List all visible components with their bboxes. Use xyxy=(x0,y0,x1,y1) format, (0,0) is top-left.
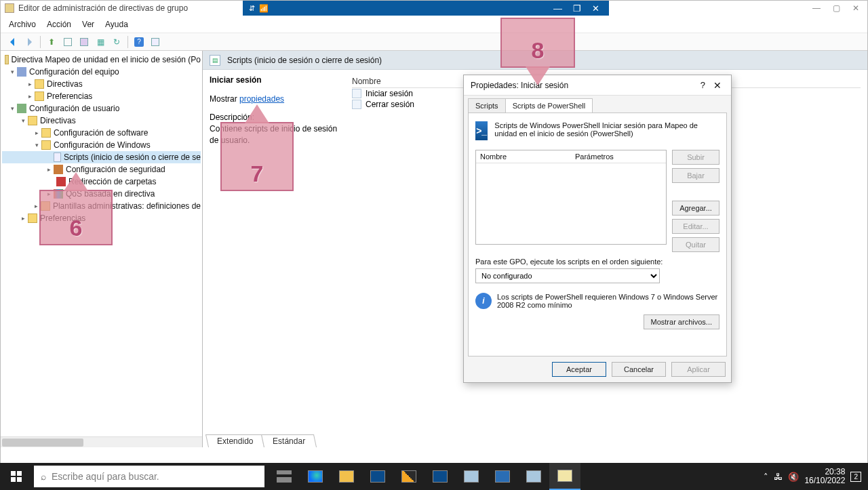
chevron-down-icon[interactable]: ▾ xyxy=(7,68,17,75)
windows-icon xyxy=(11,471,22,482)
apply-button[interactable]: Aplicar xyxy=(671,362,726,377)
pin-icon[interactable]: ⇵ xyxy=(249,4,255,13)
toolbar-separator xyxy=(40,36,41,48)
tree-user-config[interactable]: ▾ Configuración de usuario xyxy=(2,102,201,115)
dialog-titlebar: Propiedades: Iniciar sesión ? ✕ xyxy=(464,75,731,96)
horizontal-scrollbar[interactable] xyxy=(1,436,202,447)
outer-minimize-button[interactable]: — xyxy=(812,3,821,13)
tree-windows-config[interactable]: ▾ Configuración de Windows xyxy=(2,139,201,151)
vm-minimize-button[interactable]: — xyxy=(548,3,568,14)
dialog-close-button[interactable]: ✕ xyxy=(711,80,724,91)
annotation-8: 8 xyxy=(500,18,575,68)
app-title: Editor de administración de directivas d… xyxy=(18,3,188,13)
list-icon xyxy=(352,100,361,109)
taskbar-app4[interactable] xyxy=(518,463,549,490)
chevron-right-icon[interactable]: ▸ xyxy=(25,81,35,87)
taskbar-app3[interactable] xyxy=(487,463,518,490)
toolbar-icon-3[interactable]: ▦ xyxy=(94,35,107,49)
tab-scripts[interactable]: Scripts xyxy=(468,98,506,113)
policy-icon xyxy=(5,55,8,64)
tray-network-icon[interactable]: 🖧 xyxy=(774,472,783,482)
computer-icon xyxy=(17,67,26,77)
annotation-6: 6 xyxy=(39,190,113,245)
dialog-title: Propiedades: Iniciar sesión xyxy=(471,81,568,90)
tree-scripts[interactable]: Scripts (inicio de sesión o cierre de se xyxy=(2,151,201,163)
tree-security-config[interactable]: ▸ Configuración de seguridad xyxy=(2,163,201,176)
up-button[interactable]: Subir xyxy=(672,150,719,165)
chevron-right-icon[interactable]: ▸ xyxy=(32,129,41,136)
chevron-down-icon[interactable]: ▾ xyxy=(32,142,41,148)
chevron-down-icon[interactable]: ▾ xyxy=(18,117,28,124)
tray-notifications[interactable]: 2 xyxy=(850,472,861,482)
folder-icon xyxy=(41,128,51,138)
toolbar-separator xyxy=(127,36,128,48)
outer-close-button[interactable]: ✕ xyxy=(852,3,859,13)
properties-link[interactable]: propiedades xyxy=(239,94,284,104)
tray-chevron-up-icon[interactable]: ˄ xyxy=(764,472,768,482)
add-button[interactable]: Agregar... xyxy=(672,201,719,216)
up-folder-button[interactable]: ⬆ xyxy=(45,35,58,49)
menu-action[interactable]: Acción xyxy=(47,20,71,29)
tray-volume-icon[interactable]: 🔇 xyxy=(788,472,799,482)
toolbar-icon-1[interactable] xyxy=(61,35,75,49)
taskbar-edge[interactable] xyxy=(300,463,331,490)
taskbar-notepad[interactable] xyxy=(549,463,580,490)
menu-help[interactable]: Ayuda xyxy=(105,20,128,29)
toolbar-icon-2[interactable] xyxy=(77,35,91,49)
tray-clock[interactable]: 20:38 16/10/2022 xyxy=(804,468,845,485)
task-view-button[interactable] xyxy=(269,463,300,490)
info-text: Los scripts de PowerShell requieren Wind… xyxy=(497,293,719,309)
remove-button[interactable]: Quitar xyxy=(672,237,719,252)
powershell-intro-text: Scripts de Windows PowerShell Iniciar se… xyxy=(494,121,719,138)
down-button[interactable]: Bajar xyxy=(672,168,719,183)
chevron-down-icon[interactable]: ▾ xyxy=(7,105,17,112)
taskbar-powershell[interactable] xyxy=(362,463,393,490)
menu-view[interactable]: Ver xyxy=(82,20,94,29)
folder-icon xyxy=(41,140,51,150)
edit-button[interactable]: Editar... xyxy=(672,219,719,234)
tree-user-directivas[interactable]: ▾ Directivas xyxy=(2,115,201,127)
folder-icon xyxy=(28,116,37,125)
tree-computer-directivas[interactable]: ▸ Directivas xyxy=(2,78,201,90)
tree-computer-config[interactable]: ▾ Configuración del equipo xyxy=(2,66,201,78)
start-button[interactable] xyxy=(0,463,33,490)
accept-button[interactable]: Aceptar xyxy=(552,362,606,377)
lock-icon xyxy=(54,165,63,174)
col-header-name[interactable]: Nombre xyxy=(476,150,571,163)
toolbar-props-button[interactable] xyxy=(149,35,162,49)
scripts-listbox[interactable]: Nombre Parámetros xyxy=(475,150,667,245)
taskbar-search[interactable]: ⌕ Escribe aquí para buscar. xyxy=(34,466,264,487)
chevron-right-icon[interactable]: ▸ xyxy=(25,93,35,100)
order-select[interactable]: No configurado xyxy=(475,268,660,283)
menu-file[interactable]: Archivo xyxy=(9,20,36,29)
chevron-right-icon[interactable]: ▸ xyxy=(18,215,28,222)
toolbar-refresh-button[interactable]: ↻ xyxy=(110,35,123,49)
tree-panel: Directiva Mapeo de unidad en el inicio d… xyxy=(1,51,203,447)
taskbar-app2[interactable] xyxy=(456,463,487,490)
tree-root[interactable]: Directiva Mapeo de unidad en el inicio d… xyxy=(2,54,201,66)
chevron-right-icon[interactable]: ▸ xyxy=(44,166,54,173)
show-files-button[interactable]: Mostrar archivos... xyxy=(644,314,719,329)
tree-folder-redirection[interactable]: Redirección de carpetas xyxy=(2,176,201,188)
tree-computer-preferencias[interactable]: ▸ Preferencias xyxy=(2,90,201,102)
vm-restore-button[interactable]: ❐ xyxy=(568,3,587,14)
tree-software-config[interactable]: ▸ Configuración de software xyxy=(2,127,201,139)
tab-extended[interactable]: Extendido xyxy=(205,434,264,447)
taskbar-powershell-2[interactable] xyxy=(425,463,456,490)
forward-button[interactable] xyxy=(22,35,36,49)
script-icon xyxy=(54,152,61,162)
tab-powershell-scripts[interactable]: Scripts de PowerShell xyxy=(505,98,593,113)
taskbar-explorer[interactable] xyxy=(331,463,362,490)
tab-standard[interactable]: Estándar xyxy=(261,434,317,447)
taskbar-app1[interactable] xyxy=(393,463,425,490)
toolbar-help-button[interactable]: ? xyxy=(132,35,146,49)
back-button[interactable] xyxy=(6,35,20,49)
col-header-params[interactable]: Parámetros xyxy=(571,150,666,163)
folder-icon xyxy=(35,79,44,89)
vm-close-button[interactable]: ✕ xyxy=(587,3,605,14)
outer-maximize-button[interactable]: ▢ xyxy=(833,3,840,13)
cancel-button[interactable]: Cancelar xyxy=(612,362,666,377)
dialog-help-button[interactable]: ? xyxy=(695,80,711,90)
app-icon xyxy=(5,3,14,13)
info-icon: i xyxy=(475,293,492,309)
